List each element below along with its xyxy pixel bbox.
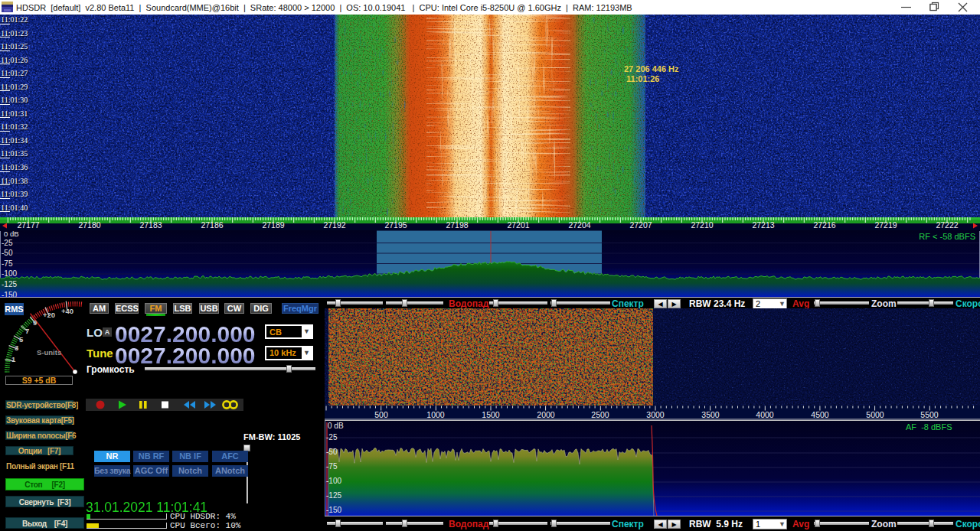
svg-text:27216: 27216: [813, 220, 835, 230]
svg-text:27210: 27210: [691, 220, 713, 230]
svg-text:7: 7: [25, 327, 29, 335]
svg-text:5000: 5000: [866, 410, 884, 419]
svg-text:3: 3: [15, 344, 18, 352]
svg-text:2500: 2500: [591, 410, 609, 419]
svg-text:3500: 3500: [701, 410, 720, 419]
svg-text:5500: 5500: [920, 410, 939, 419]
svg-text:27180: 27180: [78, 220, 100, 230]
svg-text:500: 500: [374, 410, 388, 419]
svg-text:27201: 27201: [507, 220, 529, 230]
svg-text:+40: +40: [61, 307, 74, 315]
svg-text:27219: 27219: [874, 220, 897, 230]
svg-text:27189: 27189: [262, 220, 284, 230]
svg-text:27186: 27186: [201, 220, 223, 230]
svg-text:3000: 3000: [646, 410, 665, 419]
svg-text:+20: +20: [43, 311, 55, 319]
svg-text:2000: 2000: [537, 410, 555, 419]
svg-text:5: 5: [19, 335, 24, 344]
svg-text:27207: 27207: [629, 220, 652, 230]
svg-text:27213: 27213: [752, 220, 774, 230]
svg-text:27177: 27177: [17, 220, 39, 230]
svg-text:27222: 27222: [936, 220, 958, 230]
svg-text:1: 1: [11, 355, 16, 363]
svg-text:27183: 27183: [139, 220, 162, 230]
svg-text:S-units: S-units: [37, 348, 61, 357]
svg-text:4000: 4000: [756, 410, 774, 419]
svg-text:1000: 1000: [426, 410, 445, 419]
svg-text:27195: 27195: [384, 220, 407, 230]
svg-text:1500: 1500: [482, 410, 500, 419]
svg-text:9: 9: [33, 318, 37, 327]
svg-text:27192: 27192: [323, 220, 345, 230]
svg-text:27198: 27198: [446, 220, 468, 230]
svg-text:27204: 27204: [568, 220, 590, 230]
svg-text:4500: 4500: [811, 410, 829, 419]
